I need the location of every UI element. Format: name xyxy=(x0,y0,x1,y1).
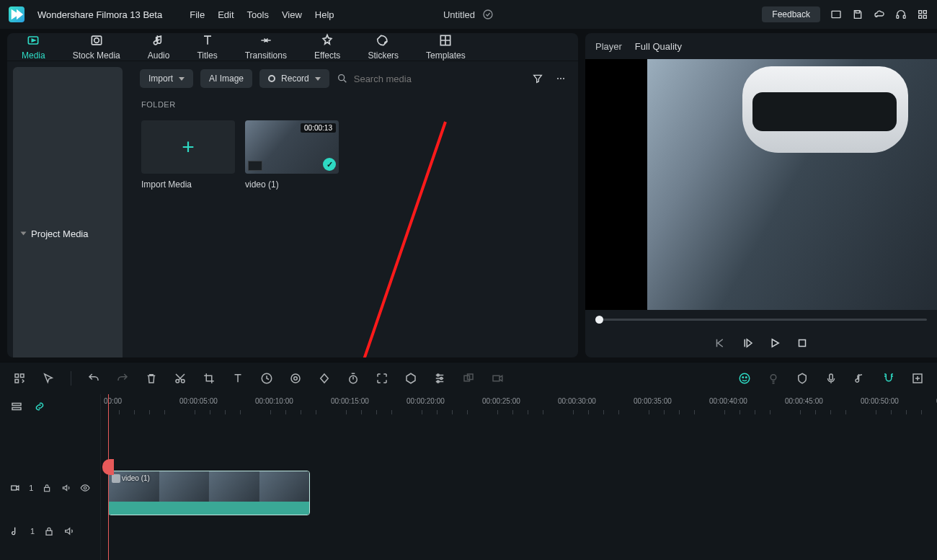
clip-audio-waveform xyxy=(109,502,309,515)
ai-image-label: AI Image xyxy=(209,74,244,84)
search-input[interactable] xyxy=(354,74,484,84)
lock-icon[interactable] xyxy=(43,525,55,537)
timeline-clip[interactable]: video (1) xyxy=(108,471,310,515)
prev-frame-button[interactable] xyxy=(714,337,727,350)
playhead-marker[interactable] xyxy=(102,459,114,475)
color-icon[interactable] xyxy=(289,372,302,385)
media-content: Import AI Image Record FOLDER xyxy=(128,61,578,357)
more-icon[interactable] xyxy=(555,73,567,84)
play-pause-button[interactable] xyxy=(741,337,754,350)
sidebar-project-media[interactable]: Project Media xyxy=(13,67,123,357)
delete-icon[interactable] xyxy=(145,372,158,385)
clip-play-icon xyxy=(112,474,120,483)
feedback-button[interactable]: Feedback xyxy=(762,6,820,22)
audio-track-header[interactable]: 1 xyxy=(0,510,100,553)
sidebar: Project Media Folder Global Media Cloud … xyxy=(7,61,128,357)
headphones-icon[interactable] xyxy=(895,9,907,20)
svg-rect-49 xyxy=(45,487,50,491)
import-button[interactable]: Import xyxy=(140,69,193,88)
lock-icon[interactable] xyxy=(42,482,52,494)
tab-titles[interactable]: Titles xyxy=(197,33,217,61)
render-icon[interactable] xyxy=(491,372,504,385)
svg-rect-1 xyxy=(832,11,840,17)
ruler-tick: 00:00:50:00 xyxy=(861,397,899,405)
tab-stock[interactable]: Stock Media xyxy=(73,33,120,61)
timer-icon[interactable] xyxy=(347,372,360,385)
ruler-tick: 00:00:30:00 xyxy=(558,397,596,405)
group-icon[interactable] xyxy=(462,372,475,385)
grid-icon[interactable] xyxy=(917,9,928,20)
svg-point-50 xyxy=(84,486,86,489)
svg-rect-5 xyxy=(919,11,922,14)
app-logo xyxy=(9,6,25,22)
tab-media-label: Media xyxy=(22,50,45,61)
scrub-handle[interactable] xyxy=(595,316,603,324)
tab-stickers[interactable]: Stickers xyxy=(368,33,399,61)
speed-icon[interactable] xyxy=(260,372,273,385)
record-button[interactable]: Record xyxy=(259,69,329,88)
ai-icon[interactable] xyxy=(738,372,751,385)
play-button[interactable] xyxy=(768,337,781,350)
menu-tools[interactable]: Tools xyxy=(247,9,269,20)
cut-icon[interactable] xyxy=(174,372,187,385)
tab-effects[interactable]: Effects xyxy=(314,33,340,61)
marker-icon[interactable] xyxy=(796,372,809,385)
mask-icon[interactable] xyxy=(404,372,417,385)
filter-icon[interactable] xyxy=(532,73,543,84)
tab-templates[interactable]: Templates xyxy=(426,33,466,61)
add-track-icon[interactable] xyxy=(911,372,924,385)
tab-transitions-label: Transitions xyxy=(245,50,287,61)
audio-mix-icon[interactable] xyxy=(853,372,866,385)
mute-icon[interactable] xyxy=(61,482,71,494)
expand-icon[interactable] xyxy=(376,372,388,385)
tab-titles-label: Titles xyxy=(197,50,217,61)
tab-templates-label: Templates xyxy=(426,50,466,61)
playhead[interactable] xyxy=(108,394,109,560)
apps-icon[interactable] xyxy=(13,372,26,385)
ruler-tick: 00:00:05:00 xyxy=(179,397,218,405)
ai-image-button[interactable]: AI Image xyxy=(200,69,252,88)
track-overview-icon[interactable] xyxy=(10,400,23,413)
redo-icon[interactable] xyxy=(116,372,129,385)
effects-icon xyxy=(320,33,334,48)
undo-icon[interactable] xyxy=(87,372,100,385)
timeline-ruler[interactable]: 00:0000:00:05:0000:00:10:0000:00:15:0000… xyxy=(101,394,937,419)
stop-button[interactable] xyxy=(796,337,809,350)
text-icon[interactable] xyxy=(231,372,244,385)
tab-stock-label: Stock Media xyxy=(73,50,120,61)
quality-dropdown[interactable]: Full Quality xyxy=(635,41,703,52)
keyframe-icon[interactable] xyxy=(318,372,331,385)
tab-transitions[interactable]: Transitions xyxy=(245,33,287,61)
tab-audio[interactable]: Audio xyxy=(148,33,170,61)
import-media-tile[interactable]: + Import Media xyxy=(141,120,235,190)
tab-media[interactable]: Media xyxy=(22,33,45,61)
menu-edit[interactable]: Edit xyxy=(218,9,234,20)
mute-icon[interactable] xyxy=(63,525,75,537)
crop-icon[interactable] xyxy=(203,372,216,385)
clip-label: video (1) xyxy=(245,179,339,190)
magnet-icon[interactable] xyxy=(882,372,895,385)
video-track-num: 1 xyxy=(29,484,33,492)
project-title[interactable]: Untitled xyxy=(443,9,475,20)
menu-view[interactable]: View xyxy=(282,9,302,20)
menu-help[interactable]: Help xyxy=(315,9,334,20)
preview-viewport[interactable] xyxy=(585,59,937,310)
menu-file[interactable]: File xyxy=(190,9,205,20)
svg-point-40 xyxy=(740,373,750,383)
player-scrubber[interactable] xyxy=(585,310,937,329)
lightbulb-icon[interactable] xyxy=(767,372,780,385)
media-clip-tile[interactable]: 00:00:13 ✓ video (1) xyxy=(245,120,339,190)
ruler-tick: 00:00:10:00 xyxy=(255,397,293,405)
cursor-icon[interactable] xyxy=(42,372,55,385)
svg-line-16 xyxy=(344,80,346,82)
video-track-header[interactable]: 1 xyxy=(0,466,100,510)
cloud-icon[interactable] xyxy=(874,9,885,20)
save-icon[interactable] xyxy=(852,9,863,20)
voiceover-icon[interactable] xyxy=(825,372,838,385)
link-icon[interactable] xyxy=(33,400,46,413)
layout-icon[interactable] xyxy=(830,9,842,20)
timeline-tracks[interactable]: 00:0000:00:05:0000:00:10:0000:00:15:0000… xyxy=(101,394,937,560)
svg-rect-51 xyxy=(46,530,52,535)
adjust-icon[interactable] xyxy=(433,372,446,385)
eye-icon[interactable] xyxy=(80,482,90,494)
